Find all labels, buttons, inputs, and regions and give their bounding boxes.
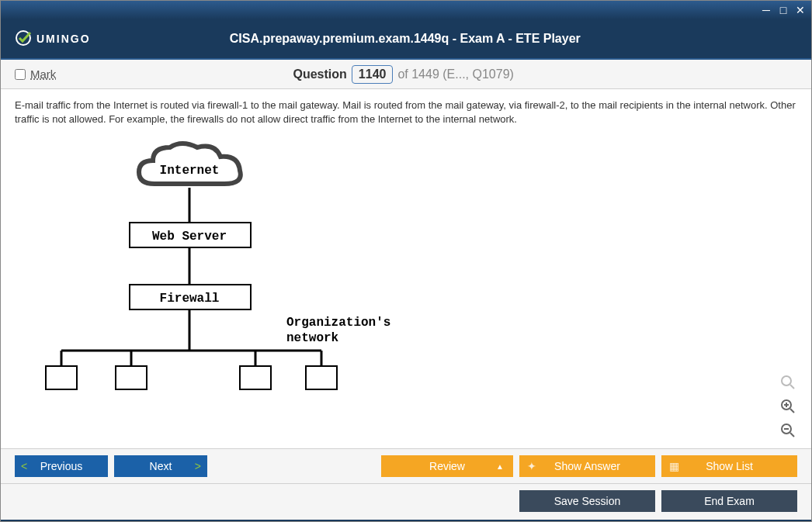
svg-line-22 (790, 433, 794, 437)
session-button-row: Save Session End Exam (1, 483, 811, 521)
titlebar: ─ □ ✕ (1, 1, 811, 19)
content-area: E-mail traffic from the Internet is rout… (1, 89, 811, 448)
chevron-left-icon: < (21, 460, 27, 472)
header: UMINGO CISA.prepaway.premium.exam.1449q … (1, 19, 811, 60)
minimize-icon[interactable]: ─ (760, 4, 772, 16)
close-icon[interactable]: ✕ (794, 4, 807, 16)
zoom-reset-icon[interactable] (780, 375, 796, 392)
mark-label[interactable]: Mark (30, 67, 56, 81)
svg-line-16 (790, 385, 794, 389)
star-icon: ✦ (527, 460, 536, 472)
diagram-internet-label: Internet (160, 164, 220, 178)
zoom-out-icon[interactable] (780, 423, 796, 441)
app-window: ─ □ ✕ UMINGO CISA.prepaway.premium.exam.… (0, 0, 812, 522)
mark-area: Mark (15, 67, 56, 81)
network-diagram: Internet Web Server Firewall Organizatio… (30, 133, 797, 415)
save-session-button[interactable]: Save Session (519, 490, 655, 512)
svg-rect-11 (46, 366, 77, 389)
svg-rect-14 (306, 366, 337, 389)
list-icon: ▦ (669, 460, 679, 472)
question-indicator: Question 1140 of 1449 (E..., Q1079) (56, 65, 751, 84)
caret-up-icon: ▲ (496, 462, 504, 471)
svg-rect-12 (116, 366, 147, 389)
svg-point-15 (782, 376, 791, 385)
show-list-button[interactable]: ▦ Show List (661, 455, 797, 477)
window-title: CISA.prepaway.premium.exam.1449q - Exam … (13, 32, 797, 46)
question-text: E-mail traffic from the Internet is rout… (15, 99, 797, 126)
svg-line-18 (790, 409, 794, 413)
question-number-input[interactable]: 1140 (352, 65, 394, 84)
diagram-firewall-label: Firewall (160, 292, 220, 306)
chevron-right-icon: > (195, 460, 201, 472)
question-total: of 1449 (E..., Q1079) (397, 67, 513, 81)
zoom-in-icon[interactable] (780, 399, 796, 417)
svg-rect-13 (240, 366, 271, 389)
diagram-webserver-label: Web Server (152, 230, 227, 244)
next-button[interactable]: Next > (114, 455, 207, 477)
window-controls: ─ □ ✕ (760, 4, 807, 16)
show-answer-button[interactable]: ✦ Show Answer (519, 455, 655, 477)
review-button[interactable]: Review ▲ (381, 455, 513, 477)
previous-button[interactable]: < Previous (15, 455, 108, 477)
question-bar: Mark Question 1140 of 1449 (E..., Q1079) (1, 60, 811, 89)
diagram-network-label-1: Organization's (286, 316, 390, 330)
nav-button-row: < Previous Next > Review ▲ ✦ Show Answer… (1, 448, 811, 483)
diagram-network-label-2: network (286, 331, 339, 345)
maximize-icon[interactable]: □ (777, 4, 789, 16)
zoom-controls (780, 375, 796, 441)
end-exam-button[interactable]: End Exam (661, 490, 797, 512)
mark-checkbox[interactable] (15, 69, 26, 80)
question-label: Question (293, 67, 346, 81)
